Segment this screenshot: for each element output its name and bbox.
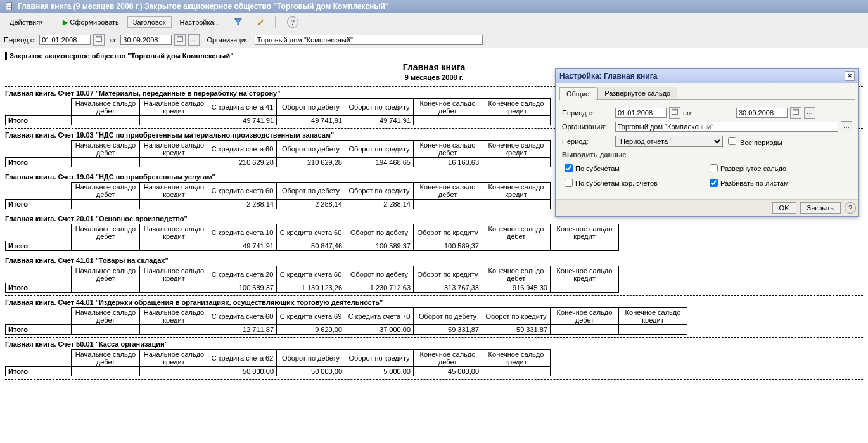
total-cell: 59 331,87: [482, 325, 551, 335]
dialog-tabs: Общие Развернутое сальдо: [559, 87, 855, 100]
help-button[interactable]: ?: [279, 15, 304, 30]
dlg-calendar-to[interactable]: [790, 107, 801, 119]
svg-rect-13: [672, 109, 678, 110]
period-from-input[interactable]: [39, 35, 91, 45]
total-cell: [140, 200, 208, 209]
close-icon[interactable]: ✕: [845, 71, 855, 81]
column-header: Начальное сальдо дебет: [72, 350, 140, 367]
column-header: Начальное сальдо кредит: [140, 99, 208, 116]
column-header: Оборот по дебету: [277, 99, 345, 116]
column-header: Конечное сальдо дебет: [414, 350, 482, 367]
separator: [5, 254, 863, 254]
form-button[interactable]: ▶ Сформировать: [57, 16, 125, 29]
company-name: Закрытое акционерное общество "Торговый …: [5, 52, 863, 60]
total-cell: 9 620,00: [277, 325, 345, 335]
dialog-titlebar: Настройка: Главная книга ✕: [556, 69, 858, 83]
ledger-table: Начальное сальдо дебетНачальное сальдо к…: [5, 224, 619, 251]
column-header: Конечное сальдо кредит: [619, 308, 687, 325]
refresh-icon-button[interactable]: [251, 16, 271, 29]
close-button[interactable]: Закрыть: [800, 202, 841, 214]
column-header: Оборот по кредиту: [482, 308, 551, 325]
total-cell: [482, 367, 551, 376]
column-header: Оборот по дебету: [345, 224, 414, 241]
total-cell: 50 000,00: [208, 367, 277, 376]
main-toolbar: Действия ▶ Сформировать Заголовок Настро…: [0, 13, 868, 32]
dlg-help-button[interactable]: ?: [845, 202, 856, 214]
column-header: Оборот по дебету: [277, 183, 345, 200]
dlg-org-label: Организация:: [562, 123, 613, 131]
dlg-period-select[interactable]: Период отчета: [615, 136, 723, 147]
settings-button[interactable]: Настройка...: [174, 16, 226, 28]
dlg-period-to-label: по:: [683, 109, 734, 117]
by-subaccounts-corr-checkbox[interactable]: [565, 179, 573, 187]
column-header: Оборот по кредиту: [345, 350, 414, 367]
filter-bar: Период с: по: … Организация:: [0, 32, 868, 48]
total-cell: 49 741,91: [277, 116, 345, 125]
column-header: Начальное сальдо дебет: [72, 183, 140, 200]
by-subaccounts-checkbox[interactable]: [565, 164, 573, 172]
svg-line-4: [258, 20, 262, 25]
ledger-table: Начальное сальдо дебетНачальное сальдо к…: [5, 182, 551, 209]
window-titlebar: Главная книга (9 месяцев 2008 г.) Закрыт…: [0, 0, 868, 13]
total-cell: 2 288,14: [277, 200, 345, 209]
column-header: Конечное сальдо кредит: [482, 141, 551, 158]
section-heading: Главная книга. Счет 44.01 "Издержки обра…: [5, 299, 863, 306]
column-header: Оборот по кредиту: [414, 266, 482, 283]
calendar-to-button[interactable]: [174, 34, 186, 46]
period-to-input[interactable]: [120, 35, 172, 45]
header-button[interactable]: Заголовок: [127, 16, 172, 28]
dlg-period-from[interactable]: [615, 108, 667, 118]
tab-expanded-balance[interactable]: Развернутое сальдо: [597, 87, 677, 99]
separator: [5, 379, 863, 380]
document-icon: [5, 2, 14, 11]
dlg-org-input[interactable]: [615, 122, 838, 132]
column-header: С кредита счета 70: [345, 308, 414, 325]
column-header: Конечное сальдо кредит: [551, 266, 619, 283]
dlg-period-picker[interactable]: …: [804, 107, 815, 119]
split-sheets-checkbox[interactable]: [710, 179, 718, 187]
dlg-org-picker[interactable]: …: [841, 121, 852, 132]
total-label: Итого: [6, 325, 72, 335]
expanded-balance-checkbox[interactable]: [710, 164, 718, 172]
total-cell: [414, 200, 482, 209]
column-header: С кредита счета 60: [277, 266, 345, 283]
tab-general[interactable]: Общие: [559, 87, 596, 100]
column-header: Начальное сальдо дебет: [72, 224, 140, 241]
column-header: Начальное сальдо дебет: [72, 308, 140, 325]
section-heading: Главная книга. Счет 50.01 "Касса организ…: [5, 340, 863, 348]
dlg-period-to[interactable]: [736, 108, 788, 118]
total-cell: [551, 241, 619, 251]
separator: [5, 295, 863, 296]
filter-icon-button[interactable]: [228, 16, 248, 29]
total-cell: [72, 200, 140, 209]
svg-rect-15: [793, 109, 799, 110]
total-cell: 2 288,14: [208, 200, 277, 209]
period-picker-button[interactable]: …: [188, 34, 200, 46]
total-cell: [482, 200, 551, 209]
total-cell: 50 847,46: [277, 241, 345, 251]
column-header: Начальное сальдо дебет: [72, 141, 140, 158]
dlg-calendar-from[interactable]: [669, 107, 680, 119]
period-from-label: Период с:: [4, 36, 35, 44]
calendar-from-button[interactable]: [93, 34, 105, 46]
dlg-period-label: Период:: [562, 138, 613, 145]
total-cell: 1 230 712,63: [345, 283, 414, 293]
column-header: Конечное сальдо дебет: [414, 183, 482, 200]
actions-menu[interactable]: Действия: [4, 16, 49, 28]
ledger-table: Начальное сальдо дебетНачальное сальдо к…: [5, 98, 551, 125]
total-cell: [551, 325, 619, 335]
period-to-label: по:: [107, 36, 117, 44]
wand-icon: [257, 18, 265, 27]
column-header: Оборот по дебету: [277, 141, 345, 158]
org-input[interactable]: [255, 35, 483, 45]
total-cell: [72, 283, 140, 293]
column-header: С кредита счета 62: [208, 350, 277, 367]
column-header: Конечное сальдо дебет: [551, 308, 619, 325]
ok-button[interactable]: OK: [772, 202, 796, 214]
window-title: Главная книга (9 месяцев 2008 г.) Закрыт…: [18, 2, 389, 11]
total-cell: 210 629,28: [277, 158, 345, 167]
all-periods-checkbox[interactable]: [728, 137, 736, 145]
total-cell: 210 629,28: [208, 158, 277, 167]
column-header: Оборот по кредиту: [345, 183, 414, 200]
org-label: Организация:: [207, 36, 250, 44]
